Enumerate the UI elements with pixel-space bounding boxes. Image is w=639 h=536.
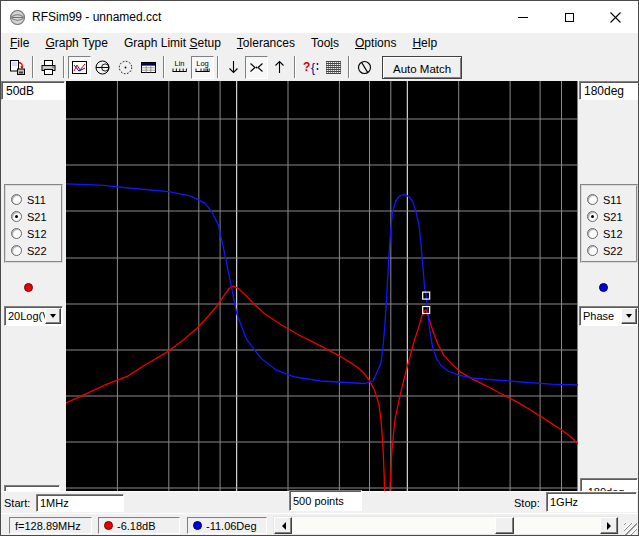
right-trace-color-dot — [599, 283, 608, 292]
auto-match-button[interactable]: Auto Match — [382, 56, 462, 79]
radio-s22-left[interactable]: S22 — [6, 242, 61, 259]
marker-frequency-readout: f=128.89MHz — [9, 517, 92, 534]
radio-circle — [11, 194, 22, 205]
toolbar-separator — [217, 56, 219, 78]
radio-s21-left[interactable]: S21 — [6, 208, 61, 225]
menu-graph-limit-setup[interactable]: Graph Limit Setup — [116, 33, 229, 53]
scrollbar-right-button[interactable] — [600, 517, 618, 534]
stop-simulation-button[interactable] — [353, 56, 376, 79]
radio-s22-right[interactable]: S22 — [582, 242, 636, 259]
menu-options[interactable]: Options — [347, 33, 404, 53]
left-format-combobox[interactable]: 20Log(V — [4, 306, 63, 326]
combo-dropdown-button[interactable] — [621, 308, 637, 324]
print-button[interactable] — [37, 56, 60, 79]
optimize-icon — [326, 61, 341, 74]
menu-tolerances[interactable]: Tolerances — [229, 33, 303, 53]
scrollbar-left-button[interactable] — [274, 517, 292, 534]
triangle-left-icon — [278, 522, 286, 530]
menu-tools[interactable]: Tools — [303, 33, 347, 53]
start-label: Start: — [4, 497, 30, 509]
close-icon — [610, 12, 621, 23]
app-window: RFSim99 - unnamed.cct File Graph Type Gr… — [0, 0, 639, 536]
menu-file[interactable]: File — [2, 33, 37, 53]
smith-chart-button[interactable] — [91, 56, 114, 79]
polar-chart-button[interactable] — [114, 56, 137, 79]
points-input[interactable] — [289, 490, 362, 511]
radio-circle — [11, 245, 22, 256]
scrollbar-thumb[interactable] — [495, 517, 514, 534]
menu-bar: File Graph Type Graph Limit Setup Tolera… — [1, 33, 638, 53]
stop-frequency-input[interactable] — [546, 492, 637, 512]
autoscale-button[interactable] — [245, 56, 268, 79]
menu-graph-type[interactable]: Graph Type — [37, 33, 116, 53]
svg-text:?: ? — [303, 60, 310, 74]
graph-plot-area[interactable] — [66, 81, 578, 491]
optimize-button[interactable] — [322, 56, 345, 79]
radio-circle — [587, 211, 598, 222]
toolbar-separator — [163, 56, 165, 78]
rectangular-graph-button[interactable] — [68, 56, 91, 79]
close-button[interactable] — [592, 1, 638, 33]
left-axis-panel: 50dB S11 S21 S12 S22 20Log(V — [1, 81, 66, 491]
marker-magnitude-readout: -6.18dB — [98, 517, 180, 534]
right-scale-top-input[interactable]: 180deg — [579, 81, 639, 100]
scale-up-button[interactable] — [268, 56, 291, 79]
left-format-value: 20Log(V — [8, 310, 50, 322]
marker-scrollbar[interactable] — [273, 516, 619, 535]
radio-label: S22 — [603, 245, 623, 257]
right-scale-bottom-input-clipped[interactable]: -180deg — [580, 478, 638, 491]
radio-label: S11 — [603, 194, 622, 206]
maximize-button[interactable] — [546, 1, 592, 33]
radio-s11-left[interactable]: S11 — [6, 191, 61, 208]
linear-sweep-button[interactable]: Lin — [168, 56, 191, 79]
left-trace-color-dot — [24, 283, 33, 292]
radio-s11-right[interactable]: S11 — [582, 191, 636, 208]
table-view-button[interactable] — [137, 56, 160, 79]
log-sweep-button[interactable]: Log — [191, 56, 214, 79]
svg-text:{: { — [311, 61, 315, 75]
sweep-settings-row: Start: Stop: — [1, 491, 638, 513]
menu-help[interactable]: Help — [404, 33, 445, 53]
radio-circle — [11, 228, 22, 239]
resize-grip[interactable] — [624, 523, 637, 536]
tune-values-button[interactable]: ? { — [299, 56, 322, 79]
smith-chart-icon — [94, 59, 111, 76]
toolbar-separator — [32, 56, 34, 78]
title-bar: RFSim99 - unnamed.cct — [1, 1, 638, 33]
start-frequency-input[interactable] — [36, 494, 124, 512]
right-format-combobox[interactable]: Phase — [579, 306, 639, 326]
red-trace-dot-icon — [104, 521, 113, 530]
app-icon — [9, 9, 26, 26]
radio-circle — [587, 228, 598, 239]
log-scale-icon: Log — [193, 58, 212, 76]
trace-s21-phase — [66, 184, 578, 385]
marker-magnitude-value: -6.18dB — [117, 520, 156, 532]
radio-s21-right[interactable]: S21 — [582, 208, 636, 225]
radio-s12-right[interactable]: S12 — [582, 225, 636, 242]
radio-s12-left[interactable]: S12 — [6, 225, 61, 242]
maximize-icon — [565, 13, 574, 22]
left-scale-top-input[interactable]: 50dB — [1, 81, 65, 100]
minimize-button[interactable] — [500, 1, 546, 33]
marker-frequency-value: f=128.89MHz — [15, 520, 81, 532]
radio-label: S21 — [603, 211, 623, 223]
arrow-up-icon — [272, 59, 287, 75]
toolbar: Lin Log — [1, 53, 638, 81]
radio-label: S22 — [27, 245, 47, 257]
tune-question-brace-icon: ? { — [302, 58, 320, 76]
marker-phase-readout: -11.06Deg — [187, 517, 267, 534]
chart-svg — [66, 81, 578, 491]
polar-chart-icon — [117, 59, 134, 76]
radio-label: S12 — [603, 228, 623, 240]
linear-scale-icon: Lin — [170, 58, 189, 76]
trace-s21-magnitude — [66, 286, 578, 491]
radio-circle — [587, 245, 598, 256]
stop-label: Stop: — [514, 497, 540, 509]
right-sparam-group: S11 S21 S12 S22 — [580, 184, 638, 263]
combo-dropdown-button[interactable] — [45, 308, 61, 324]
scale-down-button[interactable] — [222, 56, 245, 79]
fit-trace-icon — [248, 59, 265, 76]
radio-circle — [11, 211, 22, 222]
graph-icon — [71, 59, 88, 76]
save-button[interactable] — [6, 56, 29, 79]
